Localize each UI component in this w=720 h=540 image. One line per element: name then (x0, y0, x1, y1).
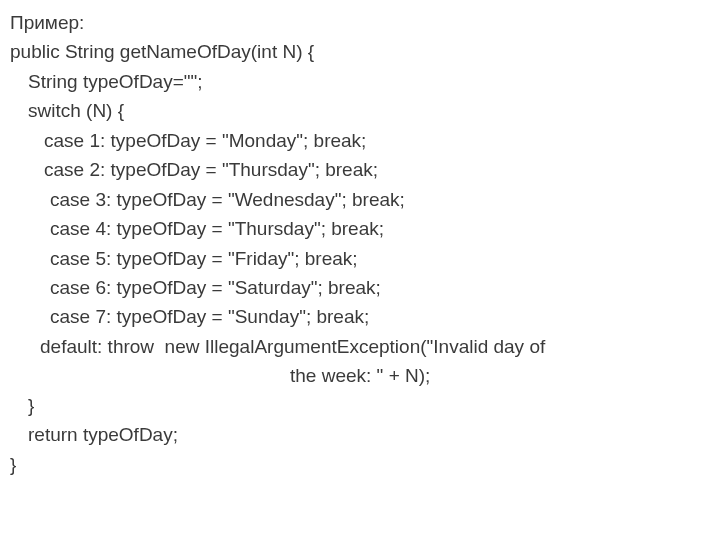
code-line-case-4: case 4: typeOfDay = "Thursday"; break; (10, 214, 710, 243)
code-line-default-cont: the week: " + N); (10, 361, 710, 390)
code-line-default: default: throw new IllegalArgumentExcept… (10, 332, 710, 361)
code-line-case-5: case 5: typeOfDay = "Friday"; break; (10, 244, 710, 273)
code-line-case-7: case 7: typeOfDay = "Sunday"; break; (10, 302, 710, 331)
code-line-var-decl: String typeOfDay=""; (10, 67, 710, 96)
code-line-case-1: case 1: typeOfDay = "Monday"; break; (10, 126, 710, 155)
code-line-case-6: case 6: typeOfDay = "Saturday"; break; (10, 273, 710, 302)
code-line-heading: Пример: (10, 8, 710, 37)
code-line-return: return typeOfDay; (10, 420, 710, 449)
code-line-switch: switch (N) { (10, 96, 710, 125)
code-line-case-2: case 2: typeOfDay = "Thursday"; break; (10, 155, 710, 184)
code-line-switch-close: } (10, 391, 710, 420)
code-line-method-close: } (10, 450, 710, 479)
code-line-method-sig: public String getNameOfDay(int N) { (10, 37, 710, 66)
code-line-case-3: case 3: typeOfDay = "Wednesday"; break; (10, 185, 710, 214)
